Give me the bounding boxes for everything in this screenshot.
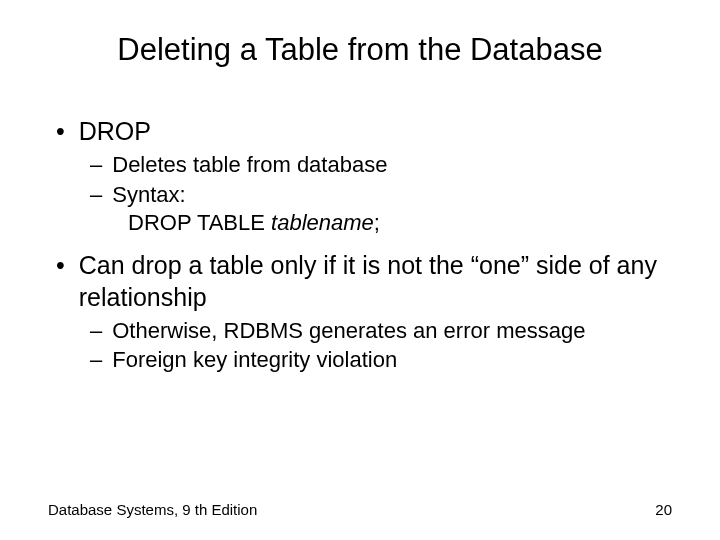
code-tablename: tablename	[271, 210, 374, 235]
bullet-dot-icon: •	[56, 117, 65, 146]
slide-body: • DROP – Deletes table from database – S…	[48, 116, 672, 374]
bullet-text: DROP	[79, 116, 151, 147]
bullet-syntax: – Syntax:	[90, 181, 672, 209]
bullet-can-drop: • Can drop a table only if it is not the…	[56, 250, 672, 313]
dash-icon: –	[90, 152, 102, 178]
bullet-text: Foreign key integrity violation	[112, 346, 397, 374]
bullet-dot-icon: •	[56, 251, 65, 280]
bullet-fk: – Foreign key integrity violation	[90, 346, 672, 374]
code-prefix: DROP TABLE	[128, 210, 271, 235]
bullet-text: Can drop a table only if it is not the “…	[79, 250, 672, 313]
bullet-drop: • DROP	[56, 116, 672, 147]
slide-footer: Database Systems, 9 th Edition 20	[48, 501, 672, 518]
bullet-text: Otherwise, RDBMS generates an error mess…	[112, 317, 585, 345]
bullet-text: Deletes table from database	[112, 151, 387, 179]
dash-icon: –	[90, 347, 102, 373]
footer-left: Database Systems, 9 th Edition	[48, 501, 257, 518]
code-suffix: ;	[374, 210, 380, 235]
dash-icon: –	[90, 182, 102, 208]
slide-title: Deleting a Table from the Database	[48, 32, 672, 68]
bullet-text: Syntax:	[112, 181, 185, 209]
bullet-otherwise: – Otherwise, RDBMS generates an error me…	[90, 317, 672, 345]
bullet-deletes: – Deletes table from database	[90, 151, 672, 179]
footer-page-number: 20	[655, 501, 672, 518]
dash-icon: –	[90, 318, 102, 344]
bullet-code: DROP TABLE tablename;	[128, 210, 672, 236]
